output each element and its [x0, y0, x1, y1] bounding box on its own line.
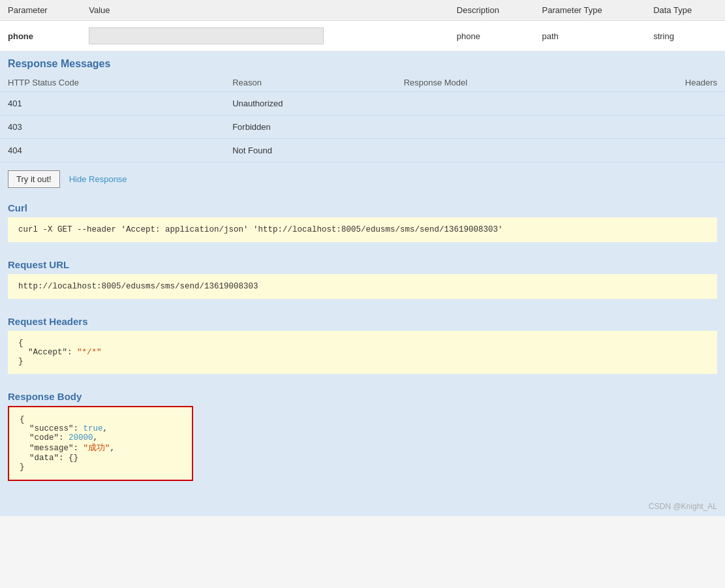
reason-403: Forbidden: [224, 116, 395, 139]
response-messages-title: Response Messages: [0, 52, 725, 74]
col-header-value: Value: [81, 0, 449, 21]
table-row: 404 Not Found: [0, 139, 725, 162]
curl-section: Curl curl -X GET --header 'Accept: appli…: [0, 196, 725, 253]
param-value-cell: [81, 21, 449, 52]
request-headers-title: Request Headers: [0, 309, 725, 331]
reason-404: Not Found: [224, 139, 395, 162]
col-header-data-type: Data Type: [645, 0, 725, 21]
response-body-section: Response Body { "success": true, "code":…: [0, 384, 725, 497]
actions-row: Try it out! Hide Response: [0, 162, 725, 196]
col-header-param-type: Parameter Type: [534, 0, 646, 21]
watermark: CSDN @Knight_AL: [0, 497, 725, 516]
response-body-title: Response Body: [0, 384, 725, 406]
reason-401: Unauthorized: [224, 92, 395, 116]
status-code-404: 404: [0, 139, 224, 162]
param-type: path: [534, 21, 646, 52]
model-403: [396, 116, 602, 139]
headers-401: [602, 92, 725, 116]
params-table: Parameter Value Description Parameter Ty…: [0, 0, 725, 52]
response-messages-table: HTTP Status Code Reason Response Model H…: [0, 74, 725, 162]
request-url-code: http://localhost:8005/edusms/sms/send/13…: [8, 274, 717, 299]
param-value-input[interactable]: [89, 27, 324, 44]
request-url-title: Request URL: [0, 253, 725, 274]
param-name: phone: [0, 21, 81, 52]
try-it-out-button[interactable]: Try it out!: [8, 170, 60, 188]
curl-code: curl -X GET --header 'Accept: applicatio…: [8, 217, 717, 242]
curl-title: Curl: [0, 196, 725, 217]
table-row: phone phone path string: [0, 21, 725, 52]
response-body-code: { "success": true, "code": 20000, "messa…: [9, 407, 192, 480]
table-row: 401 Unauthorized: [0, 92, 725, 116]
rm-col-headers: Headers: [602, 74, 725, 92]
rm-col-status: HTTP Status Code: [0, 74, 224, 92]
model-404: [396, 139, 602, 162]
rm-col-reason: Reason: [224, 74, 395, 92]
param-description: phone: [449, 21, 534, 52]
response-body-box: { "success": true, "code": 20000, "messa…: [8, 406, 193, 481]
table-row: 403 Forbidden: [0, 116, 725, 139]
model-401: [396, 92, 602, 116]
col-header-parameter: Parameter: [0, 0, 81, 21]
col-header-description: Description: [449, 0, 534, 21]
request-headers-section: Request Headers { "Accept": "*/*" }: [0, 309, 725, 384]
hide-response-link[interactable]: Hide Response: [69, 174, 127, 184]
rm-col-model: Response Model: [396, 74, 602, 92]
request-headers-code: { "Accept": "*/*" }: [8, 331, 717, 374]
param-data-type: string: [645, 21, 725, 52]
headers-404: [602, 139, 725, 162]
status-code-403: 403: [0, 116, 224, 139]
request-url-section: Request URL http://localhost:8005/edusms…: [0, 253, 725, 309]
headers-403: [602, 116, 725, 139]
status-code-401: 401: [0, 92, 224, 116]
